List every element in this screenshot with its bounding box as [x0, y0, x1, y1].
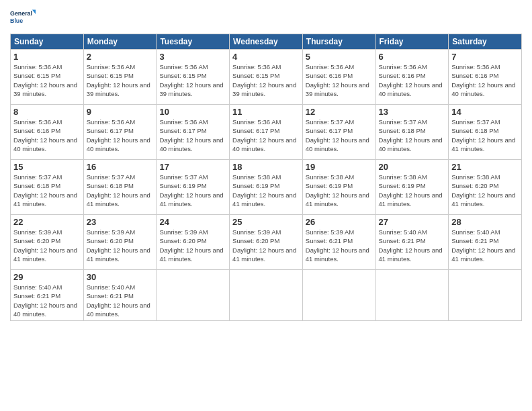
day-number: 11: [232, 107, 300, 117]
table-row: 28 Sunrise: 5:40 AM Sunset: 6:21 PM Dayl…: [449, 215, 522, 270]
day-number: 16: [87, 162, 154, 172]
table-row: 27 Sunrise: 5:40 AM Sunset: 6:21 PM Dayl…: [375, 215, 449, 270]
day-number: 19: [306, 162, 373, 172]
day-detail: Sunrise: 5:39 AM Sunset: 6:21 PM Dayligh…: [306, 228, 373, 263]
table-row: 22 Sunrise: 5:39 AM Sunset: 6:20 PM Dayl…: [11, 215, 84, 270]
day-number: 24: [159, 217, 226, 227]
day-number: 9: [87, 107, 154, 117]
svg-text:General: General: [10, 10, 32, 17]
col-saturday: Saturday: [449, 34, 522, 50]
day-detail: Sunrise: 5:37 AM Sunset: 6:18 PM Dayligh…: [13, 173, 81, 208]
day-number: 12: [306, 107, 373, 117]
day-detail: Sunrise: 5:38 AM Sunset: 6:19 PM Dayligh…: [232, 173, 300, 208]
day-detail: Sunrise: 5:36 AM Sunset: 6:15 PM Dayligh…: [232, 62, 300, 98]
table-row: 6 Sunrise: 5:36 AM Sunset: 6:16 PM Dayli…: [375, 50, 449, 105]
day-detail: Sunrise: 5:36 AM Sunset: 6:17 PM Dayligh…: [87, 118, 154, 153]
table-row: 30 Sunrise: 5:40 AM Sunset: 6:21 PM Dayl…: [83, 270, 157, 321]
day-number: 2: [87, 52, 154, 62]
table-row: 9 Sunrise: 5:36 AM Sunset: 6:17 PM Dayli…: [83, 105, 157, 160]
svg-text:Blue: Blue: [10, 17, 23, 24]
day-number: 6: [379, 52, 446, 62]
day-detail: Sunrise: 5:36 AM Sunset: 6:17 PM Dayligh…: [159, 118, 226, 153]
table-row: 1 Sunrise: 5:36 AM Sunset: 6:15 PM Dayli…: [11, 50, 84, 105]
day-detail: Sunrise: 5:37 AM Sunset: 6:18 PM Dayligh…: [451, 118, 519, 153]
day-number: 23: [87, 217, 154, 227]
day-number: 22: [13, 217, 81, 227]
empty-cell: [157, 270, 230, 321]
day-detail: Sunrise: 5:36 AM Sunset: 6:16 PM Dayligh…: [13, 118, 81, 153]
day-number: 15: [13, 162, 81, 172]
day-number: 8: [13, 107, 81, 117]
day-detail: Sunrise: 5:40 AM Sunset: 6:21 PM Dayligh…: [13, 283, 81, 318]
table-row: 10 Sunrise: 5:36 AM Sunset: 6:17 PM Dayl…: [157, 105, 230, 160]
table-row: 2 Sunrise: 5:36 AM Sunset: 6:15 PM Dayli…: [83, 50, 157, 105]
day-detail: Sunrise: 5:36 AM Sunset: 6:16 PM Dayligh…: [379, 62, 446, 98]
table-row: 4 Sunrise: 5:36 AM Sunset: 6:15 PM Dayli…: [230, 50, 303, 105]
day-number: 18: [232, 162, 300, 172]
day-detail: Sunrise: 5:38 AM Sunset: 6:19 PM Dayligh…: [379, 173, 446, 208]
day-detail: Sunrise: 5:37 AM Sunset: 6:18 PM Dayligh…: [87, 173, 154, 208]
day-number: 3: [159, 52, 226, 62]
svg-marker-2: [32, 10, 36, 14]
day-number: 21: [451, 162, 519, 172]
day-detail: Sunrise: 5:39 AM Sunset: 6:20 PM Dayligh…: [232, 228, 300, 263]
day-number: 10: [159, 107, 226, 117]
day-number: 26: [306, 217, 373, 227]
header: General Blue: [10, 7, 522, 28]
table-row: 18 Sunrise: 5:38 AM Sunset: 6:19 PM Dayl…: [230, 160, 303, 215]
day-detail: Sunrise: 5:39 AM Sunset: 6:20 PM Dayligh…: [159, 228, 226, 263]
table-row: 17 Sunrise: 5:37 AM Sunset: 6:19 PM Dayl…: [157, 160, 230, 215]
day-detail: Sunrise: 5:40 AM Sunset: 6:21 PM Dayligh…: [379, 228, 446, 263]
day-number: 14: [451, 107, 519, 117]
empty-cell: [230, 270, 303, 321]
table-row: 11 Sunrise: 5:36 AM Sunset: 6:17 PM Dayl…: [230, 105, 303, 160]
day-number: 28: [451, 217, 519, 227]
day-number: 25: [232, 217, 300, 227]
table-row: 12 Sunrise: 5:37 AM Sunset: 6:17 PM Dayl…: [302, 105, 375, 160]
empty-cell: [375, 270, 449, 321]
day-detail: Sunrise: 5:36 AM Sunset: 6:15 PM Dayligh…: [13, 62, 81, 98]
empty-cell: [449, 270, 522, 321]
day-number: 17: [159, 162, 226, 172]
day-detail: Sunrise: 5:37 AM Sunset: 6:19 PM Dayligh…: [159, 173, 226, 208]
day-detail: Sunrise: 5:39 AM Sunset: 6:20 PM Dayligh…: [87, 228, 154, 263]
day-detail: Sunrise: 5:36 AM Sunset: 6:16 PM Dayligh…: [451, 62, 519, 98]
day-detail: Sunrise: 5:37 AM Sunset: 6:17 PM Dayligh…: [306, 118, 373, 153]
col-monday: Monday: [83, 34, 157, 50]
day-detail: Sunrise: 5:40 AM Sunset: 6:21 PM Dayligh…: [87, 283, 154, 318]
table-row: 29 Sunrise: 5:40 AM Sunset: 6:21 PM Dayl…: [11, 270, 84, 321]
table-row: 15 Sunrise: 5:37 AM Sunset: 6:18 PM Dayl…: [11, 160, 84, 215]
table-row: 25 Sunrise: 5:39 AM Sunset: 6:20 PM Dayl…: [230, 215, 303, 270]
day-number: 30: [87, 272, 154, 282]
table-row: 20 Sunrise: 5:38 AM Sunset: 6:19 PM Dayl…: [375, 160, 449, 215]
logo: General Blue: [10, 7, 36, 28]
day-number: 20: [379, 162, 446, 172]
day-number: 27: [379, 217, 446, 227]
day-number: 4: [232, 52, 300, 62]
day-number: 1: [13, 52, 81, 62]
col-thursday: Thursday: [302, 34, 375, 50]
day-detail: Sunrise: 5:36 AM Sunset: 6:15 PM Dayligh…: [159, 62, 226, 98]
table-row: 26 Sunrise: 5:39 AM Sunset: 6:21 PM Dayl…: [302, 215, 375, 270]
col-friday: Friday: [375, 34, 449, 50]
col-sunday: Sunday: [11, 34, 84, 50]
table-row: 19 Sunrise: 5:38 AM Sunset: 6:19 PM Dayl…: [302, 160, 375, 215]
empty-cell: [302, 270, 375, 321]
table-row: 16 Sunrise: 5:37 AM Sunset: 6:18 PM Dayl…: [83, 160, 157, 215]
table-row: 5 Sunrise: 5:36 AM Sunset: 6:16 PM Dayli…: [302, 50, 375, 105]
calendar-table: Sunday Monday Tuesday Wednesday Thursday…: [10, 34, 522, 321]
table-row: 23 Sunrise: 5:39 AM Sunset: 6:20 PM Dayl…: [83, 215, 157, 270]
table-row: 13 Sunrise: 5:37 AM Sunset: 6:18 PM Dayl…: [375, 105, 449, 160]
day-number: 5: [306, 52, 373, 62]
day-number: 13: [379, 107, 446, 117]
calendar-page: General Blue Sunday Monday Tuesday Wedne…: [0, 0, 532, 411]
table-row: 14 Sunrise: 5:37 AM Sunset: 6:18 PM Dayl…: [449, 105, 522, 160]
day-detail: Sunrise: 5:40 AM Sunset: 6:21 PM Dayligh…: [451, 228, 519, 263]
day-detail: Sunrise: 5:38 AM Sunset: 6:19 PM Dayligh…: [306, 173, 373, 208]
table-row: 8 Sunrise: 5:36 AM Sunset: 6:16 PM Dayli…: [11, 105, 84, 160]
day-detail: Sunrise: 5:37 AM Sunset: 6:18 PM Dayligh…: [379, 118, 446, 153]
col-tuesday: Tuesday: [157, 34, 230, 50]
table-row: 21 Sunrise: 5:38 AM Sunset: 6:20 PM Dayl…: [449, 160, 522, 215]
day-detail: Sunrise: 5:36 AM Sunset: 6:16 PM Dayligh…: [306, 62, 373, 98]
table-row: 24 Sunrise: 5:39 AM Sunset: 6:20 PM Dayl…: [157, 215, 230, 270]
